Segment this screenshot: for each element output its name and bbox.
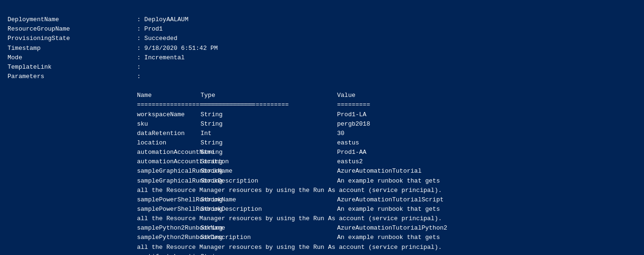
info-line: Parameters: [8, 72, 636, 81]
info-key: Timestamp [8, 44, 137, 53]
info-key: Parameters [8, 72, 137, 81]
table-header: NameTypeValue [8, 91, 636, 100]
info-line: TemplateLink: [8, 63, 636, 72]
table-row: samplePython2RunbookDescriptionStringAn … [8, 233, 636, 242]
table-section: NameTypeValue===========================… [8, 91, 636, 255]
table-row: sampleGraphicalRunbookDescriptionStringA… [8, 176, 636, 186]
info-section: DeploymentName: DeployAALAUMResourceGrou… [8, 15, 636, 81]
info-line: DeploymentName: DeployAALAUM [8, 15, 636, 24]
info-line: ResourceGroupName: Prod1 [8, 24, 636, 34]
info-value: : Incremental [137, 54, 185, 61]
table-row: automationAccountNameStringProd1-AA [8, 148, 636, 157]
table-row: _artifactsLocationString [8, 252, 636, 255]
table-row: workspaceNameStringProd1-LA [8, 110, 636, 120]
info-value: : Prod1 [137, 25, 163, 32]
info-value: : 9/18/2020 6:51:42 PM [137, 45, 218, 52]
table-row: skuStringpergb2018 [8, 120, 636, 129]
info-key: ProvisioningState [8, 34, 137, 43]
info-value: : Succeeded [137, 35, 177, 42]
table-row: samplePowerShellRunbookNameStringAzureAu… [8, 195, 636, 205]
table-row: automationAccountLocationStringeastus2 [8, 157, 636, 167]
terminal-output: DeploymentName: DeployAALAUMResourceGrou… [8, 6, 636, 255]
table-row: dataRetentionInt30 [8, 129, 636, 138]
table-row: samplePython2RunbookNameStringAzureAutom… [8, 223, 636, 233]
table-row: locationStringeastus [8, 138, 636, 148]
info-value: : DeployAALAUM [137, 16, 188, 23]
table-row: sampleGraphicalRunbookNameStringAzureAut… [8, 167, 636, 176]
table-row: all the Resource Manager resources by us… [8, 186, 636, 195]
info-key: Mode [8, 53, 137, 63]
table-row: all the Resource Manager resources by us… [8, 243, 636, 252]
info-key: ResourceGroupName [8, 24, 137, 34]
table-row: all the Resource Manager resources by us… [8, 214, 636, 223]
table-separator: ========================================… [8, 100, 636, 110]
info-line: Mode: Incremental [8, 53, 636, 63]
info-key: DeploymentName [8, 15, 137, 24]
info-value: : [137, 73, 141, 80]
info-line: ProvisioningState: Succeeded [8, 34, 636, 43]
info-line: Timestamp: 9/18/2020 6:51:42 PM [8, 44, 636, 53]
table-row: samplePowerShellRunbookDescriptionString… [8, 205, 636, 214]
info-key: TemplateLink [8, 63, 137, 72]
info-value: : [137, 64, 141, 71]
